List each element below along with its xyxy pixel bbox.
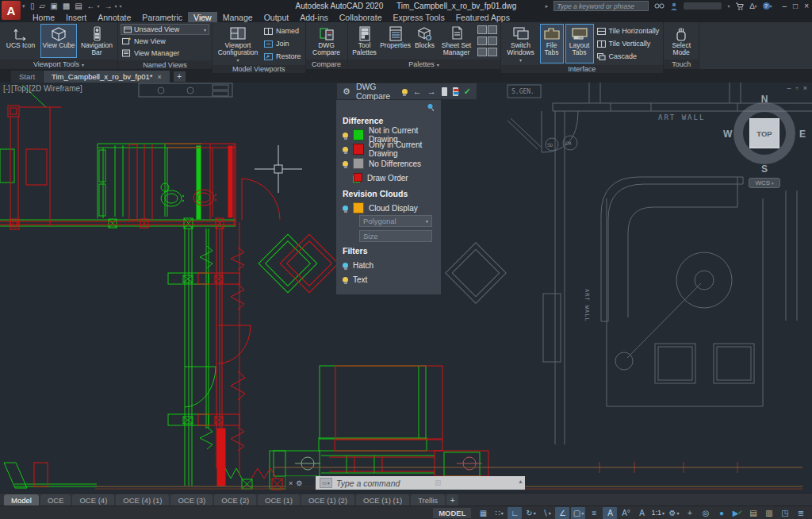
layout-tab-oce-1-1[interactable]: OCE (1) (1)	[356, 494, 409, 506]
sign-in-icon[interactable]	[670, 2, 678, 10]
layout-tab-oce-1-2[interactable]: OCE (1) (2)	[301, 494, 354, 506]
compass-north[interactable]: N	[761, 94, 768, 105]
app-store-cart-icon[interactable]	[735, 2, 744, 10]
object-snap-toggle[interactable]: ▢▾	[571, 507, 585, 519]
file-tab-document[interactable]: Tim_Campbell_x_ro_bv_fp01* ×	[44, 71, 170, 83]
blocks-button[interactable]: Blocks	[412, 24, 438, 58]
save-as-icon[interactable]: ▩	[63, 2, 70, 10]
tab-collaborate[interactable]: Collaborate	[334, 12, 388, 22]
new-layout-button[interactable]: +	[446, 494, 458, 506]
restore-viewports-button[interactable]: Restore	[262, 51, 303, 62]
layout-tab-oce-3[interactable]: OCE (3)	[170, 494, 213, 506]
autodesk-account-icon[interactable]: ∆▾	[749, 2, 756, 10]
previous-difference-icon[interactable]: ←	[413, 86, 422, 96]
file-tab-close-icon[interactable]: ×	[158, 73, 162, 81]
select-mode-button[interactable]: Select Mode	[666, 24, 696, 58]
autoscale-toggle[interactable]: A°	[619, 507, 633, 519]
hatch-bulb-icon[interactable]	[343, 263, 348, 268]
next-difference-icon[interactable]: →	[427, 86, 436, 96]
named-viewports-button[interactable]: Named	[262, 25, 303, 37]
tab-annotate[interactable]: Annotate	[92, 12, 136, 22]
drawing-canvas[interactable]: S.GEN. ART WALL ART WALL SD CM [-] [Top]…	[0, 83, 812, 493]
bulb-icon[interactable]	[343, 147, 348, 152]
tab-parametric[interactable]: Parametric	[136, 12, 188, 22]
clean-screen-toggle[interactable]: ◳	[778, 507, 792, 519]
sign-in-name[interactable]	[684, 2, 722, 10]
compare-settings-gear-icon[interactable]: ⚙	[343, 86, 350, 97]
help-icon[interactable]: ? ▾	[763, 2, 772, 10]
view-cube-top-face[interactable]: TOP	[749, 118, 779, 148]
tile-horizontally-button[interactable]: Tile Horizontally	[596, 25, 661, 37]
dynamic-input-toggle[interactable]: ∟	[508, 507, 522, 519]
gray-swatch[interactable]	[353, 158, 364, 169]
doc-restore-button[interactable]: ▫	[796, 84, 799, 92]
tool-palettes-button[interactable]: Tool Palettes	[350, 24, 379, 58]
tab-insert[interactable]: Insert	[60, 12, 92, 22]
group-label-touch[interactable]: Touch	[664, 60, 699, 69]
layout-tabs-button[interactable]: Layout Tabs	[565, 24, 594, 63]
viewport-view-control[interactable]: [Top]	[11, 84, 29, 93]
group-label-viewport-tools[interactable]: Viewport Tools▾	[0, 60, 117, 69]
view-manager-button[interactable]: View Manager	[121, 48, 209, 59]
group-label-interface[interactable]: Interface	[501, 65, 664, 73]
navigation-bar-button[interactable]: Navigation Bar	[79, 24, 115, 58]
tab-addins[interactable]: Add-ins	[294, 12, 334, 22]
annotation-monitor-toggle[interactable]: +	[683, 507, 697, 519]
compass-west[interactable]: W	[723, 129, 732, 140]
join-viewports-button[interactable]: Join	[262, 38, 303, 49]
new-view-button[interactable]: New View	[121, 36, 209, 47]
layout-tab-oce-2[interactable]: OCE (2)	[214, 494, 256, 506]
switch-windows-button[interactable]: Switch Windows▾	[504, 24, 538, 63]
panel-pushpin-icon[interactable]	[343, 103, 435, 112]
search-binoculars-icon[interactable]	[654, 2, 665, 10]
file-tabs-button[interactable]: File Tabs	[540, 24, 564, 63]
grid-display-toggle[interactable]: ▦	[476, 507, 490, 519]
cloud-display-row[interactable]: Cloud Display	[343, 201, 435, 215]
green-swatch[interactable]	[353, 129, 364, 140]
orange-swatch[interactable]	[353, 202, 364, 213]
export-snapshot-icon[interactable]	[453, 87, 458, 96]
save-icon[interactable]: ▣	[50, 2, 57, 10]
recent-commands-icon[interactable]: ▭▾	[320, 478, 332, 488]
viewport-minimize-control[interactable]: [-]	[3, 84, 10, 93]
autocad-logo-icon[interactable]: A	[2, 1, 21, 20]
search-expand-icon[interactable]: ▸	[546, 3, 549, 10]
group-label-compare[interactable]: Compare	[306, 60, 347, 69]
layout-tab-oce-4[interactable]: OCE (4)	[72, 494, 114, 506]
red-swatch[interactable]	[353, 144, 364, 155]
undo-icon[interactable]: ←	[87, 2, 95, 10]
undo-caret-icon[interactable]: ▾	[98, 3, 100, 9]
only-in-current-row[interactable]: Only in Current Drawing	[343, 142, 435, 156]
isolate-objects-toggle[interactable]: ◎	[699, 507, 713, 519]
qat-menu-icon[interactable]: ▾	[120, 3, 122, 9]
compare-done-check-icon[interactable]: ✓	[464, 86, 471, 97]
ucs-icon-button[interactable]: UCS Icon	[2, 24, 39, 58]
layout-tab-oce-1[interactable]: OCE (1)	[258, 494, 300, 506]
annotation-visibility-toggle[interactable]: A	[603, 507, 617, 519]
snap-mode-toggle[interactable]: ∷▾	[492, 507, 506, 519]
hatch-filter-row[interactable]: Hatch	[343, 258, 435, 272]
compare-toggle-bulb-icon[interactable]	[402, 89, 408, 94]
group-label-named-views[interactable]: Named Views	[118, 60, 212, 69]
wcs-dropdown[interactable]: WCS ▾	[749, 178, 780, 188]
redo-caret-icon[interactable]: ▾	[115, 3, 117, 9]
import-objects-icon[interactable]	[442, 87, 447, 96]
plot-icon[interactable]: ▤	[75, 2, 82, 10]
properties-button[interactable]: Properties	[381, 24, 411, 58]
tab-output[interactable]: Output	[259, 12, 295, 22]
cloud-visibility-bulb-icon[interactable]	[343, 206, 348, 211]
viewport-visual-style-control[interactable]: [2D Wireframe]	[29, 84, 82, 93]
model-space-toggle[interactable]: MODEL	[433, 508, 471, 518]
graphics-performance-toggle[interactable]: ▶✓	[730, 507, 745, 519]
tab-featured-apps[interactable]: Featured Apps	[450, 12, 515, 22]
named-view-dropdown[interactable]: Unsaved View▾	[121, 24, 209, 35]
command-input[interactable]: ▭▾ Type a command ⊠ ▲	[316, 476, 525, 490]
compass-south[interactable]: S	[761, 163, 768, 175]
tile-vertically-button[interactable]: Tile Vertically	[596, 38, 661, 49]
dwg-compare-button[interactable]: DWG Compare	[308, 24, 345, 58]
sign-in-caret-icon[interactable]: ▾	[727, 3, 730, 9]
layout-tab-model[interactable]: Model	[4, 494, 39, 506]
doc-minimize-button[interactable]: –	[787, 84, 791, 92]
hardware-acceleration-toggle[interactable]: ●	[714, 507, 729, 519]
units-icon[interactable]: ▥	[762, 507, 776, 519]
